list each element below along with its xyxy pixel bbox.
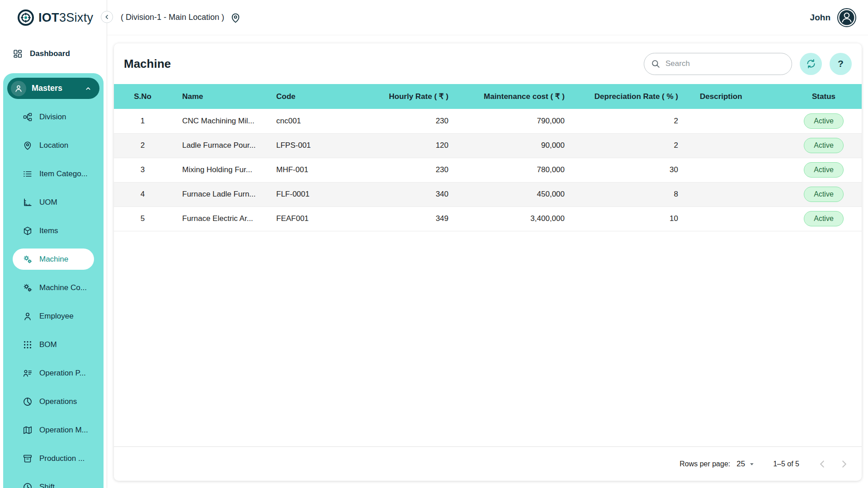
- sidebar-item-label: BOM: [39, 340, 57, 349]
- rows-per-page-select[interactable]: 25: [736, 460, 756, 469]
- bom-grid-icon: [23, 340, 33, 350]
- location-pin-icon: [23, 141, 33, 150]
- previous-page-button[interactable]: [816, 458, 828, 470]
- chevron-left-icon: [816, 458, 828, 470]
- operation-map-icon: [23, 425, 33, 435]
- status-badge: Active: [804, 113, 844, 129]
- next-page-button[interactable]: [838, 458, 850, 470]
- refresh-button[interactable]: [800, 53, 822, 75]
- table-row[interactable]: 2 Ladle Furnace Pour... LFPS-001 120 90,…: [114, 133, 862, 158]
- sidebar-item-label: Items: [39, 226, 58, 235]
- search-input[interactable]: [644, 53, 792, 75]
- status-badge: Active: [804, 211, 844, 226]
- location-pin-button[interactable]: [230, 12, 241, 23]
- chevron-up-icon: [84, 84, 92, 93]
- sidebar-item-dashboard[interactable]: Dashboard: [7, 43, 101, 64]
- sidebar-item-operations[interactable]: Operations: [13, 391, 94, 412]
- masters-person-icon: [11, 81, 26, 96]
- cell-code: LFPS-001: [265, 133, 349, 158]
- cell-name: Furnace Ladle Furn...: [171, 182, 265, 206]
- sidebar-item-label: Machine: [39, 255, 68, 264]
- cell-sno: 2: [114, 133, 171, 158]
- cell-status: Active: [786, 158, 862, 182]
- search-box: [644, 53, 792, 75]
- sidebar-item-operation-map[interactable]: Operation M...: [13, 419, 94, 441]
- cell-depreciation-rate: 8: [576, 182, 689, 206]
- cell-code: FEAF001: [265, 206, 349, 231]
- sidebar-item-machine[interactable]: Machine: [13, 249, 94, 270]
- cell-maintenance-cost: 90,000: [459, 133, 576, 158]
- sidebar-collapse-button[interactable]: [101, 11, 113, 23]
- production-box-icon: [23, 454, 33, 464]
- table-body: 1 CNC Machining Mil... cnc001 230 790,00…: [114, 109, 862, 231]
- sidebar-group-label: Masters: [32, 84, 79, 93]
- refresh-icon: [806, 58, 816, 69]
- avatar-person-icon: [837, 8, 856, 27]
- cell-hourly-rate: 340: [349, 182, 459, 206]
- col-header-maintenance-cost: Maintenance cost ( ₹ ): [459, 84, 576, 109]
- brand-logo[interactable]: IOT3Sixty: [0, 0, 107, 35]
- cell-maintenance-cost: 790,000: [459, 109, 576, 133]
- cell-hourly-rate: 120: [349, 133, 459, 158]
- sidebar-item-operation-process[interactable]: Operation P...: [13, 362, 94, 384]
- sidebar-item-label: Machine Co...: [39, 283, 87, 292]
- cell-hourly-rate: 230: [349, 158, 459, 182]
- cell-code: MHF-001: [265, 158, 349, 182]
- col-header-description: Description: [689, 84, 786, 109]
- sidebar-item-label: Division: [39, 113, 66, 122]
- status-badge: Active: [804, 187, 844, 202]
- sidebar-item-items[interactable]: Items: [13, 220, 94, 241]
- user-avatar-button[interactable]: [837, 8, 856, 27]
- cell-code: FLF-0001: [265, 182, 349, 206]
- sidebar-item-machine-config[interactable]: Machine Co...: [13, 277, 94, 298]
- sidebar-item-shift[interactable]: Shift: [13, 476, 94, 488]
- card-header: Machine: [114, 43, 862, 84]
- sidebar-item-uom[interactable]: UOM: [13, 192, 94, 213]
- header-actions: ?: [644, 53, 852, 75]
- sidebar-group-masters[interactable]: Masters: [7, 78, 99, 99]
- rows-per-page-label: Rows per page:: [679, 460, 730, 468]
- sidebar-item-location[interactable]: Location: [13, 135, 94, 156]
- cell-depreciation-rate: 10: [576, 206, 689, 231]
- sidebar-item-item-category[interactable]: Item Catego...: [13, 163, 94, 184]
- sidebar-item-employee[interactable]: Employee: [13, 305, 94, 327]
- sidebar-item-bom[interactable]: BOM: [13, 334, 94, 355]
- caret-down-icon: [748, 460, 756, 468]
- machine-gears-icon: [23, 254, 33, 264]
- table-header: S.No Name Code Hourly Rate ( ₹ ) Mainten…: [114, 84, 862, 109]
- question-mark-icon: ?: [838, 58, 844, 69]
- cell-code: cnc001: [265, 109, 349, 133]
- cell-sno: 3: [114, 158, 171, 182]
- sidebar-item-label: Location: [39, 141, 68, 150]
- cell-sno: 1: [114, 109, 171, 133]
- sidebar: IOT3Sixty Dashboard: [0, 0, 107, 488]
- dashboard-grid-icon: [13, 49, 23, 59]
- table-row[interactable]: 1 CNC Machining Mil... cnc001 230 790,00…: [114, 109, 862, 133]
- division-icon: [23, 112, 33, 122]
- item-category-icon: [23, 169, 33, 179]
- table-row[interactable]: 3 Mixing Holding Fur... MHF-001 230 780,…: [114, 158, 862, 182]
- brand-name: IOT3Sixty: [38, 11, 93, 25]
- masters-nav-list: Division Location: [3, 106, 104, 488]
- cell-depreciation-rate: 2: [576, 109, 689, 133]
- pagination-bar: Rows per page: 25 1–5 of 5: [114, 446, 862, 481]
- topbar-right: John: [810, 8, 856, 27]
- cell-sno: 4: [114, 182, 171, 206]
- cell-maintenance-cost: 780,000: [459, 158, 576, 182]
- cell-description: [689, 182, 786, 206]
- employee-person-icon: [23, 311, 33, 321]
- table-row[interactable]: 4 Furnace Ladle Furn... FLF-0001 340 450…: [114, 182, 862, 206]
- app-root: IOT3Sixty Dashboard: [0, 0, 868, 488]
- cell-maintenance-cost: 3,400,000: [459, 206, 576, 231]
- cell-description: [689, 133, 786, 158]
- sidebar-item-division[interactable]: Division: [13, 106, 94, 127]
- shift-clock-icon: [23, 482, 33, 488]
- table-row[interactable]: 5 Furnace Electric Ar... FEAF001 349 3,4…: [114, 206, 862, 231]
- cell-hourly-rate: 230: [349, 109, 459, 133]
- help-button[interactable]: ?: [830, 53, 852, 75]
- sidebar-item-production[interactable]: Production ...: [13, 448, 94, 469]
- cell-name: Furnace Electric Ar...: [171, 206, 265, 231]
- cell-status: Active: [786, 182, 862, 206]
- operation-person-icon: [23, 368, 33, 378]
- cell-description: [689, 109, 786, 133]
